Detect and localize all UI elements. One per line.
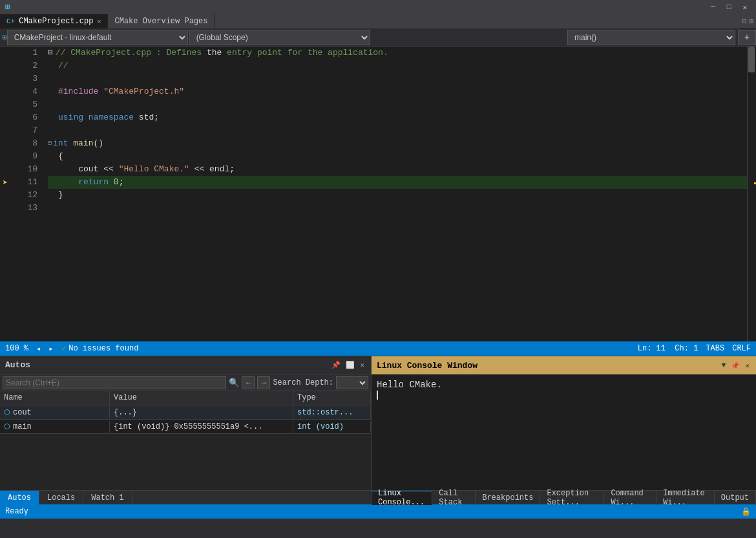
console-bottom-tabs: Linux Console... Call Stack Breakpoints …	[372, 490, 756, 504]
encoding-indicator: CRLF	[732, 344, 751, 353]
console-cursor	[377, 391, 378, 400]
scrollbar-thumb	[748, 47, 755, 72]
code-line-1: ⊟ // CMakeProject.cpp : Defines the entr…	[48, 47, 747, 59]
app-icon: ⊞	[5, 2, 10, 12]
autos-panel: Autos 📌 ⬜ ✕ 🔍 ← → Search Depth: Name Val…	[0, 356, 372, 504]
tabs-indicator: TABS	[706, 344, 724, 353]
tab-pin-icon[interactable]: ⊟	[742, 17, 747, 25]
breakpoint-arrow: ➤	[0, 176, 10, 189]
title-bar-right: ─ □ ✕	[707, 3, 751, 12]
tab-cmake-cpp[interactable]: C+ CMakeProject.cpp ✕	[0, 14, 108, 28]
line-numbers: 1 2 3 4 5 6 7 8 9 10 11 12 13	[10, 47, 43, 341]
editor-scrollbar[interactable]	[747, 47, 756, 341]
tab-label-overview: CMake Overview Pages	[114, 17, 207, 26]
col-header-name: Name	[0, 391, 110, 405]
console-output-line: Hello CMake.	[377, 380, 751, 390]
project-icon: ⊞	[3, 33, 7, 41]
scroll-right-icon[interactable]: ▸	[48, 344, 53, 354]
table-header: Name Value Type	[0, 391, 371, 405]
tab-breakpoints[interactable]: Breakpoints	[476, 491, 540, 505]
collapse-8[interactable]: ⊟	[48, 137, 52, 150]
title-bar: ⊞ ─ □ ✕	[0, 0, 756, 14]
table-row[interactable]: ⬡ main {int (void)} 0x5555555551a9 <... …	[0, 420, 371, 434]
collapse-1[interactable]: ⊟	[48, 47, 53, 59]
code-line-5	[48, 98, 747, 111]
gutter: ➤	[0, 47, 10, 341]
console-pin-icon[interactable]: ▼	[720, 360, 728, 371]
back-button[interactable]: ←	[242, 376, 255, 389]
code-line-3	[48, 72, 747, 85]
scope-select[interactable]: (Global Scope)	[189, 30, 370, 45]
tab-call-stack[interactable]: Call Stack	[432, 491, 476, 505]
autos-header-icons: 📌 ⬜ ✕	[330, 360, 366, 371]
code-line-8: ⊟ int main()	[48, 137, 747, 150]
tab-watch1[interactable]: Watch 1	[83, 491, 132, 505]
var-icon-cout: ⬡	[4, 408, 10, 416]
depth-select[interactable]	[336, 376, 368, 389]
scroll-left-icon[interactable]: ◂	[36, 344, 41, 354]
project-select[interactable]: CMakeProject - linux-default	[7, 30, 188, 45]
tab-immediate-window[interactable]: Immediate Wi...	[656, 491, 715, 505]
ready-text: Ready	[5, 507, 28, 516]
tab-locals[interactable]: Locals	[39, 491, 83, 505]
code-editor[interactable]: ⊟ // CMakeProject.cpp : Defines the entr…	[43, 47, 747, 341]
td-value-cout: {...}	[110, 407, 293, 418]
var-icon-main: ⬡	[4, 422, 10, 431]
autos-panel-title: Autos	[5, 360, 30, 370]
td-type-cout: std::ostr...	[293, 407, 371, 418]
minimize-button[interactable]: ─	[707, 3, 719, 11]
tab-expand-icon[interactable]: ⊞	[749, 17, 753, 25]
autos-search-input[interactable]	[3, 376, 226, 389]
td-type-main: int (void)	[293, 421, 371, 433]
console-float-icon[interactable]: 📌	[730, 360, 741, 371]
bottom-panels: Autos 📌 ⬜ ✕ 🔍 ← → Search Depth: Name Val…	[0, 356, 756, 504]
td-value-main: {int (void)} 0x5555555551a9 <...	[110, 421, 293, 433]
autos-panel-header: Autos 📌 ⬜ ✕	[0, 356, 371, 374]
tab-overview[interactable]: CMake Overview Pages	[108, 14, 215, 28]
col-header-value: Value	[110, 391, 293, 405]
autos-toolbar: 🔍 ← → Search Depth:	[0, 374, 371, 391]
status-bar: 100 % ◂ ▸ ✓ No issues found Ln: 11 Ch: 1…	[0, 341, 756, 356]
console-header: Linux Console Window ▼ 📌 ✕	[372, 356, 756, 374]
tab-command-window[interactable]: Command Wi...	[604, 491, 656, 505]
autos-table: Name Value Type ⬡ cout {...} std::ostr..…	[0, 391, 371, 490]
code-line-7	[48, 124, 747, 137]
issues-text: No issues found	[68, 344, 138, 353]
status-left: 100 % ◂ ▸ ✓ No issues found	[5, 343, 138, 354]
code-line-10: cout << "Hello CMake." << endl;	[48, 163, 747, 176]
console-header-icons: ▼ 📌 ✕	[720, 360, 751, 371]
code-line-11: return 0;	[48, 176, 747, 189]
console-title: Linux Console Window	[377, 361, 478, 371]
td-name-main: ⬡ main	[0, 421, 110, 433]
tab-linux-console[interactable]: Linux Console...	[372, 491, 432, 505]
code-line-9: {	[48, 150, 747, 163]
tab-bar: C+ CMakeProject.cpp ✕ CMake Overview Pag…	[0, 14, 756, 28]
console-content: Hello CMake.	[372, 374, 756, 490]
autos-pin-icon[interactable]: 📌	[330, 360, 342, 371]
add-button[interactable]: +	[738, 30, 756, 45]
autos-float-icon[interactable]: ⬜	[344, 360, 356, 371]
col-header-type: Type	[293, 391, 371, 405]
console-close-icon[interactable]: ✕	[744, 360, 751, 371]
code-line-13	[48, 202, 747, 215]
func-select[interactable]: main()	[567, 30, 735, 45]
tab-exception-settings[interactable]: Exception Sett...	[540, 491, 604, 505]
forward-button[interactable]: →	[257, 376, 270, 389]
maximize-button[interactable]: □	[723, 3, 735, 11]
editor[interactable]: ➤ 1 2 3 4 5 6 7 8 9 10 11 12 13 ⊟ // CMa…	[0, 47, 756, 341]
issues-status: ✓ No issues found	[61, 343, 138, 354]
table-row[interactable]: ⬡ cout {...} std::ostr...	[0, 405, 371, 420]
console-cursor-line	[377, 390, 751, 400]
autos-close-icon[interactable]: ✕	[359, 360, 366, 371]
zoom-level[interactable]: 100 %	[5, 344, 28, 353]
td-name-cout: ⬡ cout	[0, 407, 110, 418]
tab-close-cmake-cpp[interactable]: ✕	[97, 17, 101, 25]
tab-output[interactable]: Output	[715, 491, 756, 505]
autos-bottom-tabs: Autos Locals Watch 1	[0, 490, 371, 504]
depth-label: Search Depth:	[273, 378, 333, 387]
code-line-4: #include "CMakeProject.h"	[48, 85, 747, 98]
search-icon[interactable]: 🔍	[229, 378, 239, 388]
close-button[interactable]: ✕	[739, 3, 751, 12]
tab-autos[interactable]: Autos	[0, 491, 39, 505]
check-icon: ✓	[61, 343, 66, 354]
